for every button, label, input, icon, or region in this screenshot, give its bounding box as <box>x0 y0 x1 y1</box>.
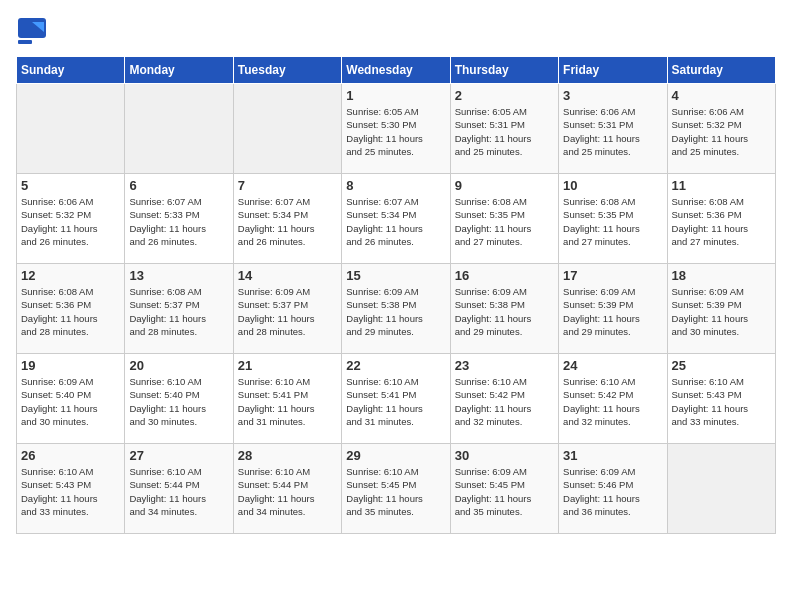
day-info: Sunrise: 6:09 AM Sunset: 5:46 PM Dayligh… <box>563 465 662 518</box>
day-number: 4 <box>672 88 771 103</box>
day-info: Sunrise: 6:10 AM Sunset: 5:41 PM Dayligh… <box>238 375 337 428</box>
day-info: Sunrise: 6:08 AM Sunset: 5:36 PM Dayligh… <box>672 195 771 248</box>
day-info: Sunrise: 6:09 AM Sunset: 5:39 PM Dayligh… <box>563 285 662 338</box>
calendar-cell: 8Sunrise: 6:07 AM Sunset: 5:34 PM Daylig… <box>342 174 450 264</box>
calendar-cell: 19Sunrise: 6:09 AM Sunset: 5:40 PM Dayli… <box>17 354 125 444</box>
day-number: 5 <box>21 178 120 193</box>
week-row-4: 19Sunrise: 6:09 AM Sunset: 5:40 PM Dayli… <box>17 354 776 444</box>
calendar-cell: 4Sunrise: 6:06 AM Sunset: 5:32 PM Daylig… <box>667 84 775 174</box>
svg-rect-2 <box>18 40 32 44</box>
day-number: 15 <box>346 268 445 283</box>
day-info: Sunrise: 6:08 AM Sunset: 5:35 PM Dayligh… <box>563 195 662 248</box>
day-info: Sunrise: 6:08 AM Sunset: 5:36 PM Dayligh… <box>21 285 120 338</box>
day-number: 24 <box>563 358 662 373</box>
day-number: 12 <box>21 268 120 283</box>
calendar-cell: 18Sunrise: 6:09 AM Sunset: 5:39 PM Dayli… <box>667 264 775 354</box>
day-info: Sunrise: 6:10 AM Sunset: 5:42 PM Dayligh… <box>455 375 554 428</box>
day-number: 7 <box>238 178 337 193</box>
day-number: 3 <box>563 88 662 103</box>
day-number: 26 <box>21 448 120 463</box>
day-info: Sunrise: 6:10 AM Sunset: 5:40 PM Dayligh… <box>129 375 228 428</box>
weekday-header-monday: Monday <box>125 57 233 84</box>
weekday-header-tuesday: Tuesday <box>233 57 341 84</box>
day-info: Sunrise: 6:10 AM Sunset: 5:43 PM Dayligh… <box>672 375 771 428</box>
day-info: Sunrise: 6:06 AM Sunset: 5:32 PM Dayligh… <box>21 195 120 248</box>
day-info: Sunrise: 6:08 AM Sunset: 5:37 PM Dayligh… <box>129 285 228 338</box>
day-number: 11 <box>672 178 771 193</box>
calendar-cell: 15Sunrise: 6:09 AM Sunset: 5:38 PM Dayli… <box>342 264 450 354</box>
calendar-cell <box>233 84 341 174</box>
day-number: 29 <box>346 448 445 463</box>
calendar-cell: 12Sunrise: 6:08 AM Sunset: 5:36 PM Dayli… <box>17 264 125 354</box>
calendar-table: SundayMondayTuesdayWednesdayThursdayFrid… <box>16 56 776 534</box>
week-row-1: 1Sunrise: 6:05 AM Sunset: 5:30 PM Daylig… <box>17 84 776 174</box>
calendar-cell: 16Sunrise: 6:09 AM Sunset: 5:38 PM Dayli… <box>450 264 558 354</box>
calendar-cell: 14Sunrise: 6:09 AM Sunset: 5:37 PM Dayli… <box>233 264 341 354</box>
day-number: 21 <box>238 358 337 373</box>
calendar-cell: 11Sunrise: 6:08 AM Sunset: 5:36 PM Dayli… <box>667 174 775 264</box>
weekday-header-row: SundayMondayTuesdayWednesdayThursdayFrid… <box>17 57 776 84</box>
calendar-cell: 31Sunrise: 6:09 AM Sunset: 5:46 PM Dayli… <box>559 444 667 534</box>
day-info: Sunrise: 6:05 AM Sunset: 5:31 PM Dayligh… <box>455 105 554 158</box>
day-info: Sunrise: 6:10 AM Sunset: 5:42 PM Dayligh… <box>563 375 662 428</box>
day-number: 28 <box>238 448 337 463</box>
weekday-header-wednesday: Wednesday <box>342 57 450 84</box>
calendar-cell <box>125 84 233 174</box>
day-number: 6 <box>129 178 228 193</box>
weekday-header-sunday: Sunday <box>17 57 125 84</box>
day-info: Sunrise: 6:07 AM Sunset: 5:34 PM Dayligh… <box>346 195 445 248</box>
weekday-header-thursday: Thursday <box>450 57 558 84</box>
calendar-cell <box>17 84 125 174</box>
week-row-2: 5Sunrise: 6:06 AM Sunset: 5:32 PM Daylig… <box>17 174 776 264</box>
calendar-cell: 13Sunrise: 6:08 AM Sunset: 5:37 PM Dayli… <box>125 264 233 354</box>
day-info: Sunrise: 6:08 AM Sunset: 5:35 PM Dayligh… <box>455 195 554 248</box>
calendar-cell: 6Sunrise: 6:07 AM Sunset: 5:33 PM Daylig… <box>125 174 233 264</box>
day-info: Sunrise: 6:10 AM Sunset: 5:43 PM Dayligh… <box>21 465 120 518</box>
day-number: 27 <box>129 448 228 463</box>
day-number: 22 <box>346 358 445 373</box>
day-info: Sunrise: 6:05 AM Sunset: 5:30 PM Dayligh… <box>346 105 445 158</box>
day-number: 14 <box>238 268 337 283</box>
day-number: 13 <box>129 268 228 283</box>
calendar-cell: 24Sunrise: 6:10 AM Sunset: 5:42 PM Dayli… <box>559 354 667 444</box>
day-number: 2 <box>455 88 554 103</box>
day-info: Sunrise: 6:07 AM Sunset: 5:33 PM Dayligh… <box>129 195 228 248</box>
logo-icon <box>16 16 48 48</box>
calendar-cell: 3Sunrise: 6:06 AM Sunset: 5:31 PM Daylig… <box>559 84 667 174</box>
day-info: Sunrise: 6:10 AM Sunset: 5:45 PM Dayligh… <box>346 465 445 518</box>
logo <box>16 16 52 48</box>
day-number: 1 <box>346 88 445 103</box>
weekday-header-saturday: Saturday <box>667 57 775 84</box>
day-info: Sunrise: 6:09 AM Sunset: 5:39 PM Dayligh… <box>672 285 771 338</box>
day-info: Sunrise: 6:09 AM Sunset: 5:40 PM Dayligh… <box>21 375 120 428</box>
day-info: Sunrise: 6:10 AM Sunset: 5:41 PM Dayligh… <box>346 375 445 428</box>
calendar-cell: 30Sunrise: 6:09 AM Sunset: 5:45 PM Dayli… <box>450 444 558 534</box>
week-row-3: 12Sunrise: 6:08 AM Sunset: 5:36 PM Dayli… <box>17 264 776 354</box>
weekday-header-friday: Friday <box>559 57 667 84</box>
calendar-cell: 1Sunrise: 6:05 AM Sunset: 5:30 PM Daylig… <box>342 84 450 174</box>
calendar-cell: 10Sunrise: 6:08 AM Sunset: 5:35 PM Dayli… <box>559 174 667 264</box>
calendar-cell: 2Sunrise: 6:05 AM Sunset: 5:31 PM Daylig… <box>450 84 558 174</box>
day-number: 23 <box>455 358 554 373</box>
calendar-cell: 25Sunrise: 6:10 AM Sunset: 5:43 PM Dayli… <box>667 354 775 444</box>
day-info: Sunrise: 6:06 AM Sunset: 5:32 PM Dayligh… <box>672 105 771 158</box>
week-row-5: 26Sunrise: 6:10 AM Sunset: 5:43 PM Dayli… <box>17 444 776 534</box>
calendar-cell: 22Sunrise: 6:10 AM Sunset: 5:41 PM Dayli… <box>342 354 450 444</box>
day-number: 25 <box>672 358 771 373</box>
calendar-cell: 9Sunrise: 6:08 AM Sunset: 5:35 PM Daylig… <box>450 174 558 264</box>
day-number: 9 <box>455 178 554 193</box>
calendar-cell: 23Sunrise: 6:10 AM Sunset: 5:42 PM Dayli… <box>450 354 558 444</box>
day-number: 19 <box>21 358 120 373</box>
day-number: 31 <box>563 448 662 463</box>
calendar-cell: 17Sunrise: 6:09 AM Sunset: 5:39 PM Dayli… <box>559 264 667 354</box>
day-info: Sunrise: 6:09 AM Sunset: 5:45 PM Dayligh… <box>455 465 554 518</box>
calendar-cell: 29Sunrise: 6:10 AM Sunset: 5:45 PM Dayli… <box>342 444 450 534</box>
page-header <box>16 16 776 48</box>
day-info: Sunrise: 6:10 AM Sunset: 5:44 PM Dayligh… <box>238 465 337 518</box>
calendar-cell: 28Sunrise: 6:10 AM Sunset: 5:44 PM Dayli… <box>233 444 341 534</box>
day-number: 17 <box>563 268 662 283</box>
calendar-cell <box>667 444 775 534</box>
day-info: Sunrise: 6:06 AM Sunset: 5:31 PM Dayligh… <box>563 105 662 158</box>
calendar-cell: 26Sunrise: 6:10 AM Sunset: 5:43 PM Dayli… <box>17 444 125 534</box>
day-number: 20 <box>129 358 228 373</box>
